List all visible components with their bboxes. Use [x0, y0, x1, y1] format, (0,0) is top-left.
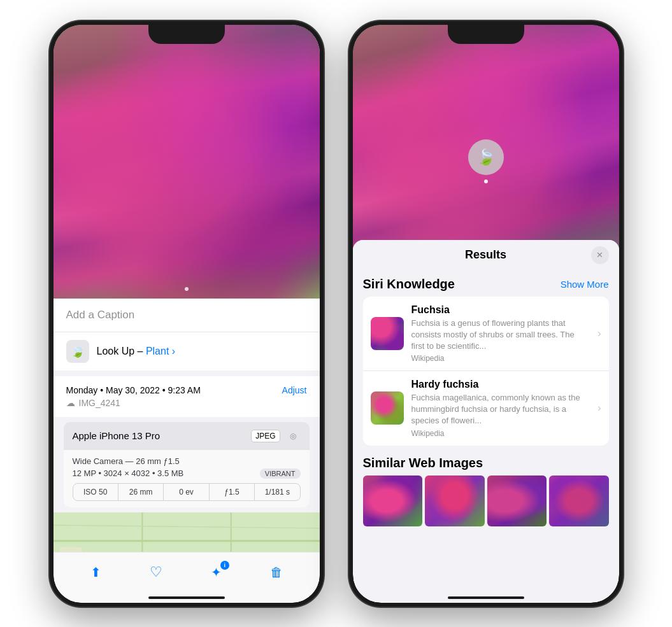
camera-section: Apple iPhone 13 Pro JPEG ◎ Wide Camera —…: [64, 422, 310, 507]
caption-placeholder: Add a Caption: [66, 309, 135, 321]
knowledge-item-fuchsia[interactable]: Fuchsia Fuchsia is a genus of flowering …: [363, 297, 609, 372]
notch: [448, 25, 524, 44]
ev-cell: 0 ev: [164, 484, 209, 500]
mp-spec: 12 MP • 3024 × 4032 • 3.5 MB VIBRANT: [73, 468, 301, 478]
show-more-button[interactable]: Show More: [561, 279, 609, 290]
photo-area[interactable]: [54, 25, 320, 299]
similar-img-3[interactable]: [487, 476, 547, 526]
siri-dot: [484, 180, 488, 183]
location-icon: ◎: [285, 428, 301, 444]
left-phone: Add a Caption 🍃 Look Up – Plant › Monday…: [50, 21, 324, 607]
bottom-toolbar: ⬆ ♡ ✦ i 🗑: [54, 552, 320, 603]
knowledge-card: Fuchsia Fuchsia is a genus of flowering …: [363, 297, 609, 446]
delete-button[interactable]: 🗑: [262, 558, 290, 586]
metadata-section: Monday • May 30, 2022 • 9:23 AM Adjust ☁…: [54, 376, 320, 417]
home-indicator-right: [448, 596, 524, 599]
home-indicator: [148, 596, 225, 599]
cloud-icon: ☁: [66, 398, 75, 408]
shutter-cell: 1/181 s: [255, 484, 299, 500]
left-screen: Add a Caption 🍃 Look Up – Plant › Monday…: [54, 25, 320, 603]
similar-section: Similar Web Images: [363, 456, 609, 526]
focal-cell: 26 mm: [118, 484, 164, 500]
results-title: Results: [381, 248, 591, 262]
lookup-label: Look Up – Plant ›: [97, 346, 176, 357]
close-button[interactable]: ✕: [591, 246, 609, 264]
hardy-fuchsia-desc: Fuchsia magellanica, commonly known as t…: [411, 392, 590, 427]
fuchsia-chevron: ›: [597, 328, 601, 339]
fuchsia-info: Fuchsia Fuchsia is a genus of flowering …: [411, 304, 590, 363]
filename: IMG_4241: [79, 398, 120, 408]
notch: [148, 25, 225, 44]
camera-model: Apple iPhone 13 Pro: [73, 430, 161, 441]
results-photo-area: 🍃: [353, 25, 619, 267]
caption-area[interactable]: Add a Caption: [54, 299, 320, 332]
jpeg-badge: JPEG: [251, 430, 280, 442]
similar-images-title: Similar Web Images: [363, 456, 483, 470]
right-screen: 🍃 Results ✕ Siri Knowledge Show More: [353, 25, 619, 603]
hardy-fuchsia-info: Hardy fuchsia Fuchsia magellanica, commo…: [411, 379, 590, 438]
info-button[interactable]: ✦ i: [203, 558, 231, 586]
hardy-fuchsia-thumb: [371, 391, 404, 425]
hardy-fuchsia-chevron: ›: [597, 402, 601, 414]
photo-dot: [185, 287, 189, 291]
siri-button: 🍃: [468, 139, 504, 175]
lookup-icon: 🍃: [66, 340, 89, 363]
knowledge-item-hardy-fuchsia[interactable]: Hardy fuchsia Fuchsia magellanica, commo…: [363, 371, 609, 446]
results-header: Results ✕: [353, 240, 619, 269]
photo-date: Monday • May 30, 2022 • 9:23 AM: [66, 385, 201, 395]
results-panel: Results ✕ Siri Knowledge Show More Fuchs…: [353, 240, 619, 603]
fuchsia-source: Wikipedia: [411, 354, 590, 363]
right-phone: 🍃 Results ✕ Siri Knowledge Show More: [349, 21, 623, 607]
similar-images-grid: [363, 476, 609, 526]
info-badge: i: [220, 561, 229, 570]
lookup-row[interactable]: 🍃 Look Up – Plant ›: [54, 332, 320, 371]
similar-img-1[interactable]: [363, 476, 423, 526]
hardy-fuchsia-source: Wikipedia: [411, 429, 590, 438]
siri-knowledge-title: Siri Knowledge: [363, 277, 455, 292]
similar-img-2[interactable]: [425, 476, 485, 526]
iso-cell: ISO 50: [73, 484, 118, 500]
results-body: Siri Knowledge Show More Fuchsia Fuchsia…: [353, 277, 619, 526]
vibrant-badge: VIBRANT: [260, 468, 301, 479]
lens-spec: Wide Camera — 26 mm ƒ1.5: [73, 456, 301, 466]
aperture-cell: ƒ1.5: [210, 484, 255, 500]
hardy-fuchsia-name: Hardy fuchsia: [411, 379, 590, 390]
favorite-button[interactable]: ♡: [142, 558, 170, 586]
spec-row: ISO 50 26 mm 0 ev ƒ1.5 1/181 s: [73, 483, 301, 501]
adjust-button[interactable]: Adjust: [282, 385, 307, 395]
fuchsia-name: Fuchsia: [411, 304, 590, 316]
share-button[interactable]: ⬆: [82, 558, 110, 586]
fuchsia-thumb: [371, 317, 404, 350]
fuchsia-desc: Fuchsia is a genus of flowering plants t…: [411, 318, 590, 353]
similar-img-4[interactable]: [549, 476, 609, 526]
